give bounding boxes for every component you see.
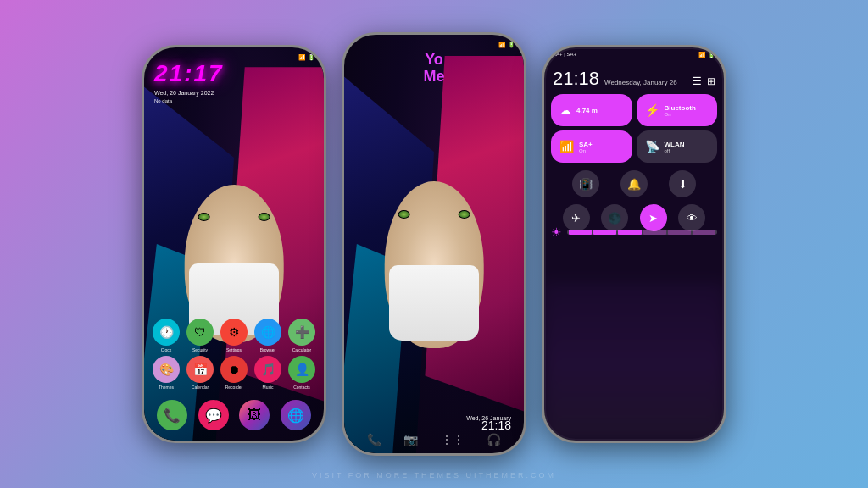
themes-label: Themes [159, 385, 174, 390]
app-calendar[interactable]: 📅 Calendar [185, 356, 215, 390]
eye-left-2 [398, 210, 410, 219]
nav-camera-icon[interactable]: 📷 [403, 433, 418, 446]
dock-messages[interactable]: 💬 [198, 400, 229, 430]
brightness-bar[interactable] [567, 230, 717, 235]
wlan-icon: 📡 [645, 140, 659, 153]
recorder-label: Recorder [225, 385, 243, 390]
phone-1: 📶🔋 21:17 Wed, 26 January 2022 No data 🕐 … [142, 45, 326, 443]
themes-icon: 🎨 [153, 356, 180, 383]
settings-label: Settings [226, 347, 242, 352]
security-label: Security [192, 347, 208, 352]
nav-phone-icon[interactable]: 📞 [367, 433, 381, 446]
phone2-nav: 📞 📷 ⋮⋮ 🎧 [344, 433, 524, 446]
bline-2 [593, 230, 616, 235]
eyes-2 [398, 210, 470, 219]
phone-1-screen: 📶🔋 21:17 Wed, 26 January 2022 No data 🕐 … [144, 47, 324, 441]
clock-icon: 🕐 [153, 319, 180, 346]
qs-menu-icon[interactable]: ☰ [693, 75, 702, 87]
app-browser[interactable]: 🌐 Browser [253, 319, 283, 352]
eye-right-2 [458, 210, 470, 219]
app-settings[interactable]: ⚙ Settings [219, 319, 249, 352]
wlan-subtitle: off [665, 148, 685, 153]
bluetooth-icon: ⚡ [645, 103, 659, 117]
eye-right [258, 213, 270, 221]
ctrl-sound[interactable]: 🔔 [620, 170, 648, 197]
app-grid-1: 🕐 Clock 🛡 Security ⚙ Settings 🌐 Browser … [151, 319, 317, 390]
qs-tile-sa[interactable]: 📶 SA+ On [551, 130, 632, 163]
qs-tile-wlan[interactable]: 📡 WLAN off [637, 130, 718, 163]
bline-3 [618, 230, 641, 235]
qs-tile-bluetooth[interactable]: ⚡ Bluetooth On [637, 94, 718, 126]
calendar-label: Calendar [192, 385, 209, 390]
phone1-date: Wed, 26 January 2022 [154, 90, 214, 96]
wlan-title: WLAN [665, 141, 685, 148]
sa-title: SA+ [579, 141, 593, 148]
app-contacts[interactable]: 👤 Contacts [287, 356, 317, 390]
qs-brightness: ☀ [551, 225, 717, 239]
nav-headphone-icon[interactable]: 🎧 [487, 433, 501, 446]
dock-browser[interactable]: 🌐 [281, 400, 311, 430]
ctrl-vibrate[interactable]: 📳 [572, 170, 599, 197]
bline-5 [668, 230, 691, 235]
dock-gallery[interactable]: 🖼 [239, 400, 270, 430]
eye-left [198, 213, 210, 221]
you-me-logo: Yo Me [423, 52, 444, 86]
bluetooth-subtitle: On [665, 112, 696, 117]
mask-2 [389, 265, 479, 341]
calendar-icon: 📅 [186, 356, 214, 383]
ctrl-download[interactable]: ⬇ [669, 170, 696, 197]
watermark: VISIT FOR MORE THEMES UITHEMER.COM [312, 471, 556, 480]
eyes [198, 213, 270, 221]
dock-bar: 📞 💬 🖼 🌐 [157, 400, 311, 430]
qs-header: 21:18 Wednesday, January 26 ☰ ⊞ [553, 58, 715, 90]
qs-tile-bluetooth-text: Bluetooth On [665, 104, 696, 117]
settings-icon: ⚙ [220, 319, 248, 346]
bline-6 [693, 230, 715, 235]
qs-grid-icon[interactable]: ⊞ [707, 75, 715, 87]
qs-time: 21:18 [553, 68, 599, 90]
qs-tile-weather-text: 4.74 m [576, 107, 598, 114]
phone-2: 📶🔋 Yo Me Wed, 26 January 21:18 📞 📷 ⋮⋮ 🎧 [342, 32, 526, 456]
contacts-icon: 👤 [288, 356, 315, 383]
phone2-time: 21:18 [481, 419, 511, 432]
app-security[interactable]: 🛡 Security [185, 319, 215, 352]
weather-icon: ☁ [559, 103, 571, 117]
app-themes[interactable]: 🎨 Themes [151, 356, 181, 390]
music-icon: 🎵 [254, 356, 281, 383]
security-icon: 🛡 [186, 319, 214, 346]
dock-phone[interactable]: 📞 [157, 400, 187, 430]
contacts-label: Contacts [293, 385, 310, 390]
app-clock[interactable]: 🕐 Clock [151, 319, 181, 352]
sa-subtitle: On [579, 148, 593, 153]
calc-label: Calculator [292, 347, 312, 352]
logo-line1: Yo [423, 52, 444, 69]
brightness-lines [567, 230, 717, 235]
bluetooth-title: Bluetooth [665, 104, 696, 112]
phone-2-screen: 📶🔋 Yo Me Wed, 26 January 21:18 📞 📷 ⋮⋮ 🎧 [344, 35, 524, 453]
sa-icon: 📶 [559, 140, 574, 153]
phone-3: SA+ | SA+ 📶🔋 21:18 Wednesday, January 26… [542, 45, 726, 443]
bline-4 [643, 230, 666, 235]
phone1-time: 21:17 [154, 60, 224, 87]
weather-value: 4.74 m [576, 107, 598, 114]
app-recorder[interactable]: ⏺ Recorder [219, 356, 249, 390]
qs-date: Wednesday, January 26 [604, 79, 677, 86]
qs-tile-weather[interactable]: ☁ 4.74 m [551, 94, 632, 126]
bline-1 [569, 230, 592, 235]
app-calc[interactable]: ➕ Calculator [287, 319, 317, 352]
app-music[interactable]: 🎵 Music [253, 356, 283, 390]
status-icons-1: 📶🔋 [298, 54, 315, 61]
calc-icon: ➕ [288, 319, 315, 346]
qs-tile-sa-text: SA+ On [579, 141, 593, 153]
logo-line2: Me [423, 69, 444, 86]
recorder-icon: ⏺ [220, 356, 248, 383]
phone-3-screen: SA+ | SA+ 📶🔋 21:18 Wednesday, January 26… [544, 47, 724, 441]
nav-grid-icon[interactable]: ⋮⋮ [441, 433, 465, 446]
brightness-icon: ☀ [551, 225, 562, 239]
qs-tile-wlan-text: WLAN off [665, 141, 685, 153]
status-icons-2: 📶🔋 [498, 42, 515, 48]
status-bar-2: 📶🔋 [353, 42, 515, 48]
qs-control-row-1: 📳 🔔 ⬇ [551, 170, 717, 197]
music-label: Music [262, 385, 273, 390]
phone1-no-data: No data [154, 98, 172, 103]
